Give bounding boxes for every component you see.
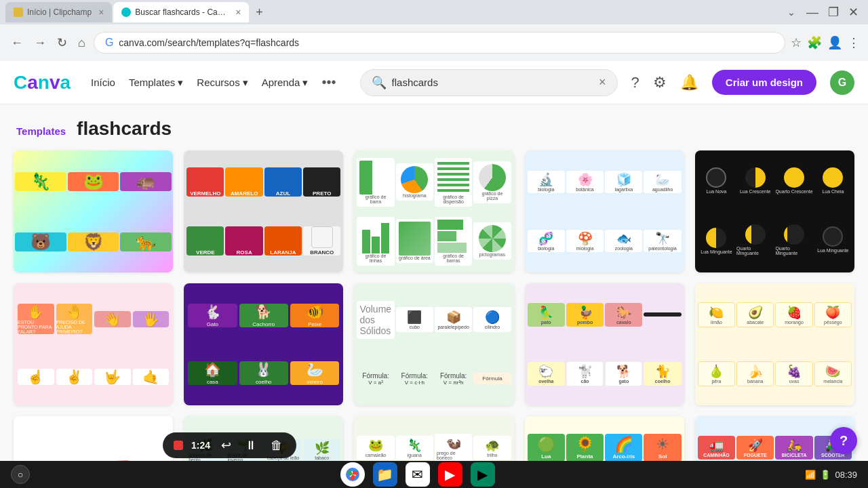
taskbar-right: 📶 🔋 08:39	[805, 470, 857, 480]
me-text: ME	[64, 451, 127, 461]
template-card-signlang[interactable]: ✋ESTOU PRONTO PARA FALAR? 🤚PRECISO DE AJ…	[14, 283, 173, 405]
page-title: flashcards	[77, 118, 172, 140]
browser-chrome: Início | Clipchamp × Buscar flashcards -…	[0, 0, 868, 61]
tab-clipchamp-close[interactable]: ×	[98, 7, 104, 18]
clipchamp-favicon	[14, 7, 23, 17]
recording-controls: 1:24 ↩ ⏸ 🗑	[163, 432, 296, 458]
tab-canva-close[interactable]: ×	[235, 7, 241, 18]
search-bar[interactable]: 🔍 ×	[360, 69, 618, 96]
tab-clipchamp[interactable]: Início | Clipchamp ×	[5, 2, 112, 22]
address-text: canva.com/search/templates?q=flashcards	[119, 37, 774, 48]
browser-icons: ☆ 🧩 👤 ⋮	[791, 35, 860, 50]
template-card-moon[interactable]: Lua Nova Lua Crescente Quarto Crescente …	[695, 150, 854, 272]
clear-search-button[interactable]: ×	[599, 75, 606, 89]
animals-card-image: 🦎 🐸 🦛 🐻 🦁 🐆	[14, 150, 173, 272]
taskbar-left: ○	[11, 465, 30, 484]
settings-button[interactable]: ⚙	[653, 74, 667, 92]
taskbar-wifi-icon: 📶	[805, 470, 816, 480]
tab-canva-title: Buscar flashcards - Canva	[135, 7, 229, 17]
help-button[interactable]: ?	[631, 74, 639, 92]
taskbar-play[interactable]: ▶	[471, 462, 495, 487]
back-button[interactable]: ←	[8, 33, 26, 53]
colors-card-image: VERMELHO AMARELO AZUL PRETO VERDE ROSA L…	[184, 150, 343, 272]
extensions-icon[interactable]: 🧩	[807, 35, 822, 50]
create-design-button[interactable]: Criar um design	[712, 70, 816, 95]
aprenda-dropdown-icon: ▾	[302, 77, 308, 89]
minimize-button[interactable]: —	[802, 3, 823, 21]
reload-button[interactable]: ↻	[54, 33, 70, 53]
nav-aprenda[interactable]: Aprenda ▾	[262, 77, 309, 89]
canva-logo[interactable]: Canva	[14, 72, 71, 94]
volume-card-image: Volume dos Sólidos ⬛cubo 📦paralelepípedo…	[354, 283, 513, 405]
taskbar-chrome[interactable]	[340, 462, 365, 487]
recording-time: 1:24	[191, 440, 210, 451]
templates-dropdown-icon: ▾	[178, 77, 183, 89]
undo-button[interactable]: ↩	[218, 436, 234, 454]
template-card-volume[interactable]: Volume dos Sólidos ⬛cubo 📦paralelepípedo…	[354, 283, 513, 405]
templates-grid: 🦎 🐸 🦛 🐻 🦁 🐆 VERMELHO AMARELO AZUL PRETO …	[14, 150, 854, 461]
content-area[interactable]: Templates flashcards 🦎 🐸 🦛 🐻 🦁 🐆	[0, 104, 868, 461]
taskbar-youtube[interactable]: ▶	[438, 462, 462, 487]
nature-card-image: 🟢Lua 🌻Planta 🌈Arco-íris ☀Sol 🌸Flor ☁Nuve…	[525, 416, 684, 461]
search-input[interactable]	[392, 77, 593, 88]
template-card-animals[interactable]: 🦎 🐸 🦛 🐻 🦁 🐆	[14, 150, 173, 272]
template-card-reptiles[interactable]: 🐸camaleão 🦎iguana 🦦prego de boneco 🐢tril…	[354, 416, 513, 461]
me-card-image: ME 🧑‍🏫 🦙	[14, 416, 173, 461]
close-button[interactable]: ✕	[844, 3, 863, 21]
template-card-science[interactable]: 🔬biologia 🌸botânica 🧊lagartixa 🦢aguadilh…	[525, 150, 684, 272]
profile-icon[interactable]: 👤	[827, 35, 842, 50]
pause-button[interactable]: ⏸	[242, 437, 260, 454]
taskbar-files[interactable]: 📁	[373, 462, 397, 487]
page-heading: Templates flashcards	[14, 118, 854, 140]
taskbar-battery-icon: 🔋	[820, 470, 831, 480]
canva-header: Canva Início Templates ▾ Recursos ▾ Apre…	[0, 61, 868, 104]
taskbar-gmail[interactable]: ✉	[406, 462, 430, 487]
bookmark-icon[interactable]: ☆	[791, 35, 802, 50]
search-icon: 🔍	[372, 75, 387, 90]
google-icon: G	[105, 37, 113, 49]
template-card-tangram[interactable]: 🐇Gato 🐕Cachorro 🐠Peixe 🏠casa 🐰coelho 🦢ve…	[184, 283, 343, 405]
nav-templates[interactable]: Templates ▾	[129, 77, 183, 89]
science-card-image: 🔬biologia 🌸botânica 🧊lagartixa 🦢aguadilh…	[525, 150, 684, 272]
menu-icon[interactable]: ⋮	[848, 35, 860, 50]
taskbar-system-icon[interactable]: ○	[11, 465, 30, 484]
tab-overflow-button[interactable]: ⌄	[785, 4, 798, 20]
template-card-charts[interactable]: gráfico de barra histograma gráfico de d…	[354, 150, 513, 272]
address-bar-row: ← → ↻ ⌂ G canva.com/search/templates?q=f…	[0, 24, 868, 61]
tab-clipchamp-title: Início | Clipchamp	[27, 7, 92, 17]
avatar[interactable]: G	[830, 70, 854, 95]
nav-recursos[interactable]: Recursos ▾	[197, 77, 248, 89]
charts-card-image: gráfico de barra histograma gráfico de d…	[354, 150, 513, 272]
nav-inicio[interactable]: Início	[91, 77, 115, 88]
ptanimals-card-image: 🦜pato 🦆pombo 🐎cavalo 🐑ovelha 🐩cão 🐕gato …	[525, 283, 684, 405]
template-card-nature[interactable]: 🟢Lua 🌻Planta 🌈Arco-íris ☀Sol 🌸Flor ☁Nuve…	[525, 416, 684, 461]
notifications-button[interactable]: 🔔	[680, 74, 698, 92]
template-card-colors[interactable]: VERMELHO AMARELO AZUL PRETO VERDE ROSA L…	[184, 150, 343, 272]
tangram-card-image: 🐇Gato 🐕Cachorro 🐠Peixe 🏠casa 🐰coelho 🦢ve…	[184, 283, 343, 405]
canva-favicon	[121, 7, 131, 17]
maximize-button[interactable]: ❐	[824, 3, 843, 21]
template-card-me[interactable]: ME 🧑‍🏫 🦙	[14, 416, 173, 461]
reptiles-card-image: 🐸camaleão 🦎iguana 🦦prego de boneco 🐢tril…	[354, 416, 513, 461]
home-button[interactable]: ⌂	[75, 33, 88, 53]
moon-card-image: Lua Nova Lua Crescente Quarto Crescente …	[695, 150, 854, 272]
template-card-ptanimals[interactable]: 🦜pato 🦆pombo 🐎cavalo 🐑ovelha 🐩cão 🐕gato …	[525, 283, 684, 405]
delete-button[interactable]: 🗑	[268, 437, 285, 454]
recursos-dropdown-icon: ▾	[243, 77, 248, 89]
address-bar[interactable]: G canva.com/search/templates?q=flashcard…	[94, 32, 785, 54]
tab-bar: Início | Clipchamp × Buscar flashcards -…	[0, 0, 868, 24]
taskbar: ○ 📁 ✉ ▶ ▶ 📶 🔋 08:39	[0, 461, 868, 488]
window-controls: — ❐ ✕	[802, 3, 863, 21]
more-nav-button[interactable]: •••	[321, 75, 336, 90]
templates-label: Templates	[16, 125, 66, 137]
taskbar-time: 08:39	[835, 470, 857, 480]
taskbar-status: 📶 🔋 08:39	[805, 470, 857, 480]
signlang-card-image: ✋ESTOU PRONTO PARA FALAR? 🤚PRECISO DE AJ…	[14, 283, 173, 405]
new-tab-button[interactable]: +	[250, 5, 269, 20]
template-card-fruits[interactable]: 🍋limão 🥑abacate 🍓morango 🍑pêssego 🍐pêra …	[695, 283, 854, 405]
fruits-card-image: 🍋limão 🥑abacate 🍓morango 🍑pêssego 🍐pêra …	[695, 283, 854, 405]
help-fab-button[interactable]: ?	[830, 427, 857, 454]
taskbar-center: 📁 ✉ ▶ ▶	[340, 462, 495, 487]
tab-canva[interactable]: Buscar flashcards - Canva ×	[113, 2, 249, 22]
forward-button[interactable]: →	[31, 33, 49, 53]
